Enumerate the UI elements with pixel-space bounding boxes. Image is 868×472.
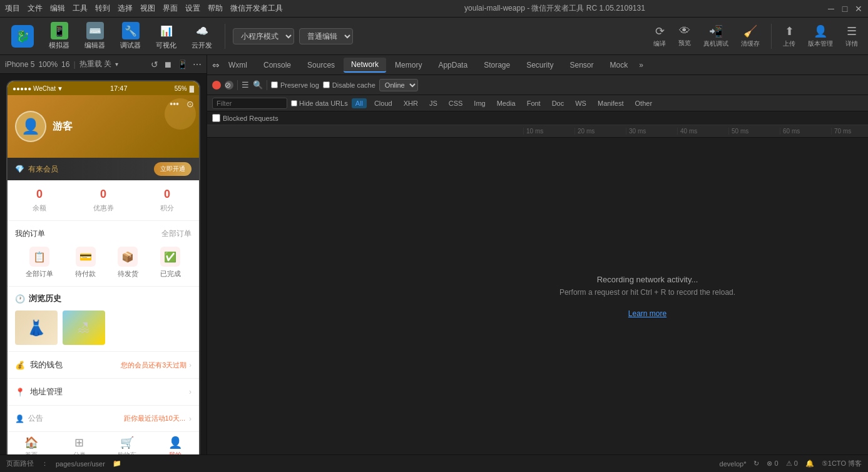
filter-css[interactable]: CSS [445,98,467,108]
filter-img[interactable]: Img [470,98,489,108]
mode-select[interactable]: 小程序模式 [233,28,294,44]
minimize-button[interactable]: ─ [827,4,835,13]
menu-item-file[interactable]: 文件 [28,3,43,14]
filter-media[interactable]: Media [493,98,519,108]
hide-data-urls-checkbox[interactable]: Hide data URLs [291,100,348,107]
details-button[interactable]: ☰ 详情 [842,23,862,49]
tab-storage[interactable]: Storage [476,58,518,72]
blocked-requests-input[interactable] [212,114,220,122]
wallet-left: 💰 我的钱包 [15,359,63,371]
member-open-button[interactable]: 立即开通 [154,162,191,176]
disable-cache-checkbox[interactable]: Disable cache [323,81,375,89]
visualize-button[interactable]: 📊 可视化 [151,19,181,53]
order-done[interactable]: ✅ 已完成 [160,247,181,279]
footer-category[interactable]: ⊞ 分类 [56,432,104,454]
throttle-select[interactable]: Online [379,79,418,91]
tab-memory[interactable]: Memory [387,58,429,72]
member-bar[interactable]: 💎 有来会员 立即开通 [8,158,199,180]
menu-item-view[interactable]: 视图 [140,3,155,14]
search-icon[interactable]: 🔍 [253,80,263,90]
translate-button[interactable]: ⟳ 编译 [650,23,670,49]
upload-button[interactable]: ⬆ 上传 [779,23,799,49]
filter-input[interactable] [212,98,287,109]
tab-mock[interactable]: Mock [603,58,636,72]
sim-stop-icon[interactable]: ⏹ [163,59,172,69]
menu-item-tools[interactable]: 工具 [73,3,88,14]
close-button[interactable]: ✕ [854,4,863,13]
all-orders-link[interactable]: 全部订单 [161,228,191,239]
menu-item-interface[interactable]: 界面 [163,3,178,14]
tab-wxml[interactable]: Wxml [221,58,255,72]
filter-icon[interactable]: ☰ [242,80,249,90]
menu-item-wechat-tools[interactable]: 微信开发者工具 [230,3,283,14]
version-mgr-button[interactable]: 👤 版本管理 [804,23,837,49]
menu-item-select[interactable]: 选择 [118,3,133,14]
learn-more-link[interactable]: Learn more [628,309,666,318]
order-all[interactable]: 📋 全部订单 [26,247,53,279]
preserve-log-checkbox[interactable]: Preserve log [271,81,319,89]
footer-cart[interactable]: 🛒 购物车 [103,432,151,454]
filter-other[interactable]: Other [631,98,656,108]
order-pending-pay[interactable]: 💳 待付款 [75,247,96,279]
preserve-log-input[interactable] [271,81,278,88]
balance-label: 余额 [33,203,46,213]
wallet-row[interactable]: 💰 我的钱包 您的会员还有3天过期 › [8,352,199,379]
clear-cache-button[interactable]: 🧹 清缓存 [737,23,763,49]
devtools-navigate-icon[interactable]: ⇔ [212,60,220,70]
preview-button[interactable]: 👁 预览 [675,23,695,49]
menu-item-project[interactable]: 项目 [5,3,20,14]
editor-button[interactable]: ⌨️ 编辑器 [79,19,110,53]
filter-doc[interactable]: Doc [548,98,568,108]
menu-item-settings[interactable]: 设置 [185,3,200,14]
menu-item-help[interactable]: 帮助 [208,3,223,14]
cloud-dev-button[interactable]: ☁️ 云开发 [186,19,217,53]
tab-security[interactable]: Security [519,58,561,72]
order-pending-ship[interactable]: 📦 待发货 [118,247,138,279]
filter-cloud[interactable]: Cloud [370,98,396,108]
sim-more-icon[interactable]: ⋯ [193,59,202,69]
footer-home[interactable]: 🏠 首页 [8,432,56,454]
compile-select[interactable]: 普通编辑 [299,28,353,44]
footer-profile[interactable]: 👤 我的 [151,432,200,454]
debugger-button[interactable]: 🔧 调试器 [115,19,146,53]
maximize-button[interactable]: □ [840,4,849,13]
zoom-label: 100% [38,60,58,69]
tab-sources[interactable]: Sources [300,58,342,72]
clear-button[interactable]: ⊘ [225,81,233,90]
folder-icon: 📁 [113,459,121,468]
filter-xhr[interactable]: XHR [400,98,422,108]
hot-reload-label[interactable]: 热重载 关 [79,59,111,69]
tab-appdata[interactable]: AppData [431,58,475,72]
filter-manifest[interactable]: Manifest [594,98,628,108]
menu-bar[interactable]: 项目 文件 编辑 工具 转到 选择 视图 界面 设置 帮助 微信开发者工具 [5,3,283,14]
filter-all[interactable]: All [352,98,367,108]
tab-sensor[interactable]: Sensor [563,58,601,72]
hide-data-urls-input[interactable] [291,100,297,106]
tab-network[interactable]: Network [344,58,386,73]
battery-icon: ▓ [190,85,194,92]
sim-phone-icon[interactable]: 📱 [177,59,188,69]
menu-item-goto[interactable]: 转到 [95,3,110,14]
real-debug-button[interactable]: 📲 真机调试 [700,23,732,49]
timeline-header: 10 ms 20 ms 30 ms 40 ms 50 ms 60 ms 70 m… [207,125,868,138]
filter-js[interactable]: JS [426,98,441,108]
stat-balance[interactable]: 0 余额 [8,188,71,213]
stat-points[interactable]: 0 积分 [135,188,199,213]
menu-item-edit[interactable]: 编辑 [50,3,65,14]
filter-font[interactable]: Font [523,98,544,108]
simulator-button[interactable]: 📱 模拟器 [44,19,74,53]
more-arrow-icon: › [189,414,191,423]
tab-console[interactable]: Console [256,58,299,72]
sim-refresh-icon[interactable]: ↺ [151,59,158,69]
stat-coupon[interactable]: 0 优惠券 [71,188,135,213]
address-row[interactable]: 📍 地址管理 › [8,379,199,406]
disable-cache-input[interactable] [323,81,330,88]
more-tabs-icon[interactable]: » [636,59,646,71]
window-controls[interactable]: ─ □ ✕ [827,4,863,13]
record-button[interactable] [212,81,221,90]
history-thumb-2[interactable]: 🏖 [63,310,105,345]
sim-actions[interactable]: ↺ ⏹ 📱 ⋯ [151,59,202,69]
sim-info: iPhone 5 100% 16 | 热重载 关 ▾ [5,59,118,69]
filter-ws[interactable]: WS [571,98,590,108]
history-thumb-1[interactable]: 👗 [15,310,58,345]
